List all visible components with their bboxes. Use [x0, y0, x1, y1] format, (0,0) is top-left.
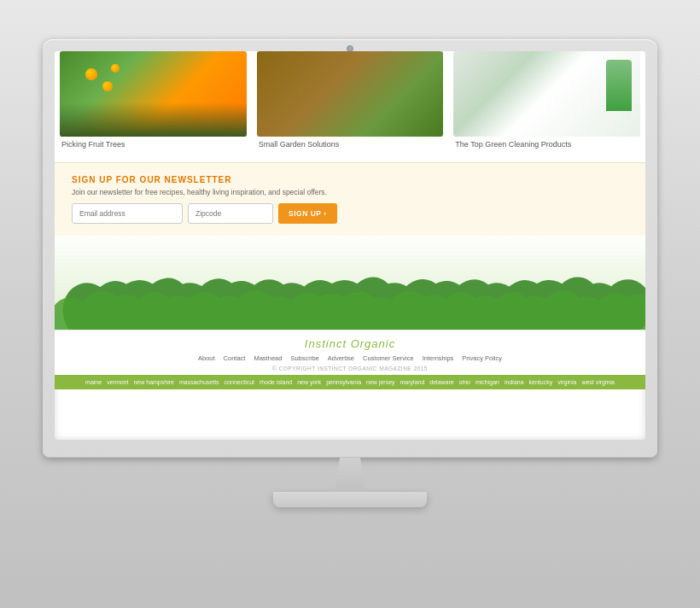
screen: Picking Fruit Trees Small Garden Solutio…	[55, 51, 645, 440]
cleaning-image	[453, 51, 640, 137]
nav-customer-service[interactable]: Customer Service	[363, 354, 414, 362]
monitor: Picking Fruit Trees Small Garden Solutio…	[43, 39, 657, 569]
card-cleaning[interactable]: The Top Green Cleaning Products	[448, 51, 645, 162]
footer-section: Instinct Organic About Contact Masthead …	[55, 330, 645, 375]
states-bar: maine vermont new hampshire massachusett…	[55, 375, 645, 389]
state-michigan[interactable]: michigan	[475, 379, 499, 385]
monitor-frame: Picking Fruit Trees Small Garden Solutio…	[43, 39, 657, 458]
nav-internships[interactable]: Internships	[423, 354, 454, 362]
newsletter-desc: Join our newsletter for free recipes, he…	[72, 188, 628, 196]
email-input[interactable]	[72, 203, 183, 224]
state-indiana[interactable]: indiana	[505, 379, 524, 385]
state-vermont[interactable]: vermont	[107, 379, 128, 385]
image-strip: Picking Fruit Trees Small Garden Solutio…	[55, 51, 645, 162]
nav-about[interactable]: About	[198, 354, 215, 362]
state-ohio[interactable]: ohio	[459, 379, 470, 385]
card-small-garden[interactable]: Small Garden Solutions	[252, 51, 449, 162]
cleaning-label: The Top Green Cleaning Products	[453, 140, 640, 149]
brand-part1: Instinct	[305, 337, 351, 350]
newsletter-form: SIGN UP ›	[72, 203, 628, 224]
copyright-text: © COPYRIGHT INSTINCT ORGANIC MAGAZINE 20…	[72, 365, 628, 371]
orange-2	[102, 81, 113, 91]
orange-3	[111, 64, 120, 73]
state-delaware[interactable]: delaware	[429, 379, 453, 385]
garden-image	[257, 51, 444, 137]
nav-masthead[interactable]: Masthead	[254, 354, 282, 362]
leaf-row	[55, 244, 645, 330]
state-connecticut[interactable]: connecticut	[225, 379, 254, 385]
state-kentucky[interactable]: kentucky	[529, 379, 553, 385]
state-virginia[interactable]: virginia	[557, 379, 576, 385]
nav-subscribe[interactable]: Subscribe	[290, 354, 318, 362]
leaves-svg	[55, 244, 645, 330]
brand-name: Instinct Organic	[72, 337, 628, 350]
state-rhode-island[interactable]: rhode island	[260, 379, 292, 385]
state-new-jersey[interactable]: new jersey	[366, 379, 394, 385]
zip-input[interactable]	[188, 203, 273, 224]
thumb-cleaning	[453, 51, 640, 137]
monitor-base	[273, 492, 427, 507]
small-garden-label: Small Garden Solutions	[257, 140, 444, 149]
card-fruit-trees[interactable]: Picking Fruit Trees	[55, 51, 252, 162]
thumb-small-garden	[257, 51, 444, 137]
state-pennsylvania[interactable]: pennsylvania	[326, 379, 361, 385]
plants-section	[55, 236, 645, 330]
fruit-trees-label: Picking Fruit Trees	[60, 140, 247, 149]
state-new-york[interactable]: new york	[297, 379, 321, 385]
nav-advertise[interactable]: Advertise	[328, 354, 354, 362]
state-massachusetts[interactable]: massachusetts	[179, 379, 219, 385]
nav-contact[interactable]: Contact	[224, 354, 246, 362]
thumb-fruit-trees	[60, 51, 247, 137]
brand-part2: Organic	[351, 337, 396, 350]
newsletter-section: SIGN UP FOR OUR NEWSLETTER Join our news…	[55, 162, 645, 236]
state-west-virginia[interactable]: west virginia	[581, 379, 615, 385]
signup-button[interactable]: SIGN UP ›	[278, 203, 337, 224]
monitor-neck	[324, 458, 376, 492]
state-new-hampshire[interactable]: new hampshire	[133, 379, 173, 385]
footer-nav: About Contact Masthead Subscribe Adverti…	[72, 354, 628, 362]
orange-1	[85, 68, 97, 80]
state-maine[interactable]: maine	[85, 379, 102, 385]
nav-privacy[interactable]: Privacy Policy	[462, 354, 502, 362]
newsletter-title: SIGN UP FOR OUR NEWSLETTER	[72, 175, 628, 184]
fruit-image	[60, 51, 247, 137]
state-maryland[interactable]: maryland	[400, 379, 425, 385]
